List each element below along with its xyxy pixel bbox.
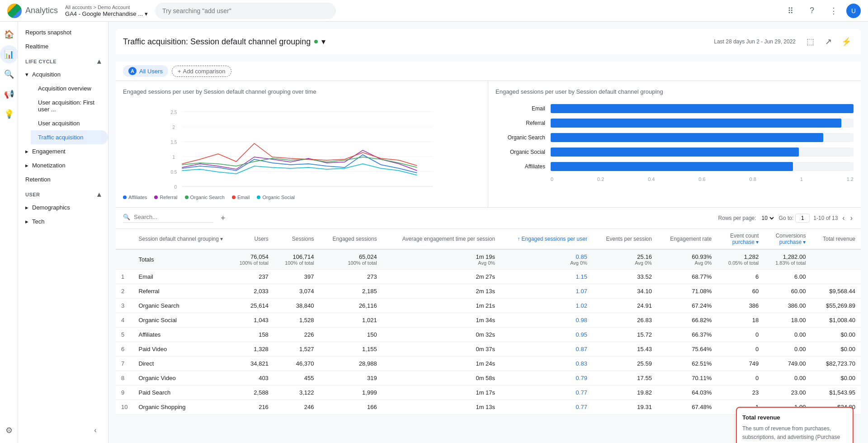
line-chart-panel: Engaged sessions per user by Session def… (116, 81, 488, 207)
save-report-btn[interactable]: ⬚ (803, 34, 817, 49)
more-icon[interactable]: ⋮ (825, 2, 843, 20)
sidebar-item-demographics[interactable]: ▸ Demographics (18, 200, 108, 214)
bar-fill-organic-social (551, 148, 799, 157)
advertising-icon[interactable]: 📢 (0, 85, 18, 103)
svg-text:0: 0 (175, 185, 177, 190)
account-path: All accounts > Demo Account (65, 5, 148, 10)
bar-axis: 0 0.2 0.4 0.6 0.8 1 1.2 (495, 176, 854, 182)
legend-referral: Referral (154, 195, 177, 200)
lifecycle-group[interactable]: Life cycle ▴ (18, 53, 108, 67)
col-sessions[interactable]: Sessions (274, 229, 320, 249)
table-search-input[interactable] (134, 214, 210, 220)
realtime-label: Realtime (25, 43, 48, 50)
bar-row-affiliates: Affiliates (495, 162, 854, 171)
col-users[interactable]: Users (228, 229, 274, 249)
avatar[interactable]: U (846, 4, 861, 18)
next-page-btn[interactable]: › (849, 213, 854, 223)
svg-text:2: 2 (173, 125, 175, 130)
rows-per-page-select[interactable]: 10 25 50 (760, 214, 775, 222)
sidebar-collapse-btn[interactable]: ‹ (86, 421, 104, 439)
bar-fill-affiliates (551, 162, 793, 171)
col-channel-dropdown (220, 236, 223, 242)
totals-label: Totals (133, 249, 228, 270)
legend-email: Email (232, 195, 250, 200)
col-events-per-session[interactable]: Events per session (593, 229, 657, 249)
tooltip-text: The sum of revenue from purchases, subsc… (742, 424, 847, 443)
acquisition-submenu: Acquisition overview User acquisition: F… (18, 81, 108, 144)
sidebar-item-acquisition-overview[interactable]: Acquisition overview (31, 81, 108, 95)
insights-btn[interactable]: ⚡ (839, 34, 854, 49)
bar-fill-organic-search (551, 133, 823, 142)
sidebar-item-engagement[interactable]: ▸ Engagement (18, 144, 108, 158)
col-channel[interactable]: Session default channel grouping (133, 229, 228, 249)
table-row: 8 Organic Video 403 455 319 0m 58s 0.79 … (116, 371, 861, 386)
col-total-revenue[interactable]: Total revenue (811, 229, 861, 249)
svg-text:1.5: 1.5 (171, 140, 177, 145)
totals-avg-engagement: 1m 19s Avg 0% (382, 249, 500, 270)
add-comparison-btn[interactable]: + Add comparison (172, 66, 231, 77)
table-row: 5 Affiliates 158 226 150 0m 32s 0.95 15.… (116, 328, 861, 342)
explore-icon[interactable]: 🔍 (0, 65, 18, 83)
col-engaged-sessions[interactable]: Engaged sessions (319, 229, 382, 249)
col-event-count[interactable]: Event countpurchase ▾ (717, 229, 764, 249)
home-icon[interactable]: 🏠 (0, 25, 18, 43)
page-title-dropdown-icon[interactable] (321, 37, 326, 47)
nav-icons: ⠿ ? ⋮ U (781, 2, 861, 20)
sidebar-item-realtime[interactable]: Realtime (18, 39, 108, 53)
col-conversions[interactable]: Conversionspurchase ▾ (764, 229, 811, 249)
col-avg-engagement[interactable]: Average engagement time per session (382, 229, 500, 249)
svg-text:1: 1 (173, 155, 175, 160)
rows-per-page: Rows per page: 10 25 50 Go to: 1-10 of 1… (718, 213, 854, 223)
table-toolbar: 🔍 + Rows per page: 10 25 50 Go to: 1-10 … (116, 208, 861, 229)
col-engaged-per-user[interactable]: ↑ Engaged sessions per user (500, 229, 593, 249)
date-range[interactable]: Last 28 days Jun 2 - Jun 29, 2022 (714, 38, 796, 45)
bar-row-organic-search: Organic Search (495, 133, 854, 142)
legend-organic-social: Organic Social (257, 195, 295, 200)
bar-track-affiliates (551, 162, 854, 171)
totals-users: 76,054 100% of total (228, 249, 274, 270)
page-actions: ⬚ ↗ ⚡ (803, 34, 854, 49)
sidebar-item-retention[interactable]: Retention (18, 172, 108, 186)
data-table: Session default channel grouping Users S… (116, 229, 861, 414)
totals-revenue (811, 249, 861, 270)
filter-bar: A All Users + Add comparison (116, 62, 861, 81)
col-engagement-rate[interactable]: Engagement rate (657, 229, 717, 249)
table-row: 4 Organic Social 1,043 1,528 1,021 1m 34… (116, 313, 861, 328)
share-btn[interactable]: ↗ (821, 34, 835, 49)
icon-rail: 🏠 📊 🔍 📢 💡 ⚙ (0, 22, 18, 443)
sidebar-item-tech[interactable]: ▸ Tech (18, 214, 108, 229)
bar-label-referral: Referral (495, 120, 545, 126)
plus-icon: + (178, 68, 181, 75)
sidebar-item-user-acquisition[interactable]: User acquisition (31, 116, 108, 130)
sidebar-item-traffic-acquisition[interactable]: Traffic acquisition (31, 130, 108, 144)
help-icon[interactable]: ? (803, 2, 821, 20)
sidebar-item-user-acquisition-first[interactable]: User acquisition: First user ... (31, 95, 108, 116)
global-search-input[interactable] (155, 3, 336, 19)
add-dimension-btn[interactable]: + (221, 214, 226, 223)
table-row: 7 Direct 34,821 46,370 28,988 1m 24s 0.8… (116, 357, 861, 371)
organic-search-dot (185, 195, 189, 199)
sidebar-item-monetization[interactable]: ▸ Monetization (18, 158, 108, 172)
total-revenue-tooltip: Total revenue The sum of revenue from pu… (736, 407, 854, 443)
sidebar-item-reports-snapshot[interactable]: Reports snapshot (18, 25, 108, 39)
totals-events-per-session: 25.16 Avg 0% (593, 249, 657, 270)
charts-area: Engaged sessions per user by Session def… (116, 81, 861, 208)
reports-snapshot-label: Reports snapshot (25, 29, 71, 36)
totals-engaged-sessions: 65,024 100% of total (319, 249, 382, 270)
table-row: 9 Paid Search 2,588 3,122 1,999 1m 17s 0… (116, 386, 861, 400)
bar-row-organic-social: Organic Social (495, 148, 854, 157)
user-group[interactable]: User ▴ (18, 186, 108, 200)
insights-icon[interactable]: 💡 (0, 105, 18, 123)
chevron-down-icon: ▾ (25, 71, 28, 78)
sidebar-item-acquisition-header[interactable]: ▾ Acquisition (18, 67, 108, 81)
app-name: Analytics (25, 6, 58, 15)
go-to-input[interactable] (795, 214, 810, 223)
all-users-filter[interactable]: A All Users (123, 65, 168, 77)
reports-icon[interactable]: 📊 (0, 45, 18, 63)
settings-icon[interactable]: ⚙ (0, 421, 18, 439)
account-name[interactable]: GA4 - Google Merchandise ... (65, 10, 148, 17)
apps-icon[interactable]: ⠿ (781, 2, 799, 20)
prev-page-btn[interactable]: ‹ (841, 213, 845, 223)
bar-track-email (551, 104, 854, 113)
bar-label-affiliates: Affiliates (495, 163, 545, 170)
